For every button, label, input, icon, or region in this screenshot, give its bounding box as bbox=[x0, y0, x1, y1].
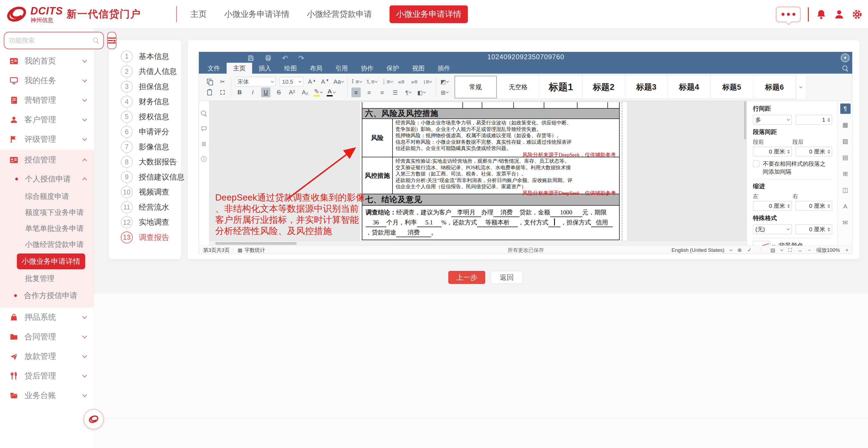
step-item-10[interactable]: 10视频调查 bbox=[109, 185, 181, 200]
align-left-button[interactable]: ≡ bbox=[351, 88, 361, 97]
more-bubble-icon[interactable] bbox=[776, 6, 801, 22]
gear-icon[interactable] bbox=[852, 9, 863, 20]
sidebar-item-个人授信申请[interactable]: 个人授信申请 bbox=[0, 170, 94, 188]
editor-tab-引用[interactable]: 引用 bbox=[329, 63, 354, 74]
step-item-6[interactable]: 6申请评分 bbox=[109, 125, 181, 140]
borders-button[interactable]: ⊞ bbox=[440, 88, 449, 97]
search-input[interactable] bbox=[9, 37, 93, 44]
sidebar-subitem-综合额度申请[interactable]: 综合额度申请 bbox=[0, 188, 94, 204]
style-常规[interactable]: 常规 bbox=[454, 75, 497, 99]
space-after-stepper[interactable]: 0 厘米 bbox=[796, 147, 832, 157]
style-标题3[interactable]: 标题3 bbox=[625, 75, 668, 99]
user-icon[interactable] bbox=[834, 9, 845, 20]
step-item-1[interactable]: 1基本信息 bbox=[109, 49, 181, 64]
zoom-search-icon[interactable] bbox=[201, 111, 207, 116]
info-icon[interactable]: ⓘ bbox=[201, 156, 207, 162]
multilevel-list-button[interactable]: ⋮≡ bbox=[381, 77, 393, 87]
numbered-list-button[interactable]: ⒈≡ bbox=[366, 77, 377, 87]
sidebar-item-客户管理[interactable]: 客户管理 bbox=[0, 110, 94, 130]
page-view-dropdown-icon[interactable] bbox=[780, 248, 783, 251]
font-name-select[interactable]: 宋体 bbox=[235, 77, 276, 87]
outline-icon[interactable]: ≣ bbox=[201, 141, 206, 147]
step-item-12[interactable]: 12实地调查 bbox=[109, 215, 181, 230]
fit-width-icon[interactable]: ↔ bbox=[797, 247, 802, 253]
top-tab-4[interactable]: 小微业务申请详情 bbox=[390, 5, 468, 23]
editor-tab-插入[interactable]: 插入 bbox=[252, 63, 278, 74]
style-标题1[interactable]: 标题1 bbox=[540, 75, 582, 99]
pilcrow-button[interactable]: ¶ bbox=[404, 88, 413, 97]
fit-page-icon[interactable]: ⛶ bbox=[788, 247, 792, 253]
step-item-2[interactable]: 2共借人信息 bbox=[109, 64, 181, 79]
line-spacing-stepper[interactable]: 1 bbox=[796, 115, 832, 125]
step-item-4[interactable]: 4财务信息 bbox=[109, 94, 181, 109]
sidebar-subitem-额度项下业务申请[interactable]: 额度项下业务申请 bbox=[0, 204, 94, 220]
swatch-dropdown-icon[interactable] bbox=[772, 243, 775, 246]
editor-tab-视图[interactable]: 视图 bbox=[406, 63, 431, 74]
return-button[interactable]: 返回 bbox=[491, 271, 523, 284]
sidebar-item-放款管理[interactable]: 放款管理 bbox=[0, 347, 94, 366]
sidebar-item-我的任务[interactable]: 我的任务 bbox=[0, 71, 94, 91]
borders-panel-icon[interactable]: ⊞ bbox=[840, 169, 850, 179]
sidebar-subitem-小微经营贷款申请[interactable]: 小微经营贷款申请 bbox=[0, 236, 94, 252]
justify-button[interactable]: ☰ bbox=[391, 88, 400, 97]
background-color-swatch[interactable] bbox=[753, 241, 770, 246]
strikethrough-button[interactable]: S bbox=[274, 88, 283, 97]
change-case-button[interactable]: Aa bbox=[334, 77, 344, 87]
editor-search-icon[interactable] bbox=[842, 66, 848, 71]
conclusion-blank[interactable] bbox=[548, 218, 560, 227]
editor-tab-保护[interactable]: 保护 bbox=[380, 63, 406, 74]
conclusion-blank[interactable]: 消费 bbox=[396, 229, 431, 237]
step-item-11[interactable]: 11经营流水 bbox=[109, 200, 181, 215]
same-style-checkbox[interactable] bbox=[753, 161, 760, 167]
outdent-button[interactable]: «≡ bbox=[397, 77, 406, 87]
step-item-8[interactable]: 8大数据报告 bbox=[109, 154, 181, 170]
spellcheck-icon[interactable]: ✓ bbox=[747, 247, 751, 253]
align-right-button[interactable]: ≡ bbox=[377, 88, 387, 97]
style-标题2[interactable]: 标题2 bbox=[582, 75, 625, 99]
page-indicator[interactable]: 第3页共3页 bbox=[203, 247, 229, 254]
select-button[interactable] bbox=[218, 88, 227, 97]
sidebar-search[interactable] bbox=[4, 32, 104, 49]
indent-left-stepper[interactable]: 0 厘米 bbox=[753, 201, 792, 211]
superscript-button[interactable]: A² bbox=[287, 88, 297, 97]
sidebar-item-评级管理[interactable]: 评级管理 bbox=[0, 130, 94, 149]
line-spacing-select[interactable]: 多 bbox=[753, 115, 792, 125]
sidebar-item-授信管理[interactable]: 授信管理 bbox=[0, 150, 94, 170]
sidebar-collapse-button[interactable] bbox=[107, 32, 117, 49]
previous-step-button[interactable]: 上一步 bbox=[448, 271, 485, 284]
editor-tab-主页[interactable]: 主页 bbox=[226, 63, 252, 74]
sidebar-item-合同管理[interactable]: 合同管理 bbox=[0, 327, 94, 347]
top-tab-1[interactable]: 主页 bbox=[190, 9, 207, 20]
cut-button[interactable]: ✂ bbox=[218, 77, 227, 87]
editor-tab-插件[interactable]: 插件 bbox=[431, 63, 457, 74]
paragraph-panel-icon[interactable]: ¶ bbox=[840, 104, 850, 114]
sidebar-subitem-单笔单批业务申请[interactable]: 单笔单批业务申请 bbox=[0, 220, 94, 236]
text-panel-icon[interactable]: A bbox=[840, 201, 850, 212]
editor-tab-文件[interactable]: 文件 bbox=[201, 63, 226, 74]
indent-right-stepper[interactable]: 0 厘米 bbox=[796, 201, 832, 211]
sidebar-item-贷后管理[interactable]: 贷后管理 bbox=[0, 366, 94, 386]
step-item-13[interactable]: 13调查报告 bbox=[109, 230, 181, 245]
special-format-select[interactable]: (无) bbox=[753, 225, 792, 234]
language-dropdown-icon[interactable] bbox=[729, 248, 732, 251]
globe-icon[interactable]: ⊕ bbox=[738, 247, 742, 253]
conclusion-blank[interactable]: 信用 bbox=[591, 218, 613, 227]
top-tab-2[interactable]: 小微业务申请详情 bbox=[224, 9, 289, 20]
style-标题6[interactable]: 标题6 bbox=[753, 75, 796, 99]
style-gallery-more-button[interactable] bbox=[796, 75, 805, 99]
document-vertical-scrollbar[interactable] bbox=[744, 101, 746, 240]
zoom-in-icon[interactable]: + bbox=[845, 247, 848, 253]
align-center-button[interactable]: ≡ bbox=[365, 88, 374, 97]
shrink-font-button[interactable]: A▼ bbox=[320, 77, 330, 87]
shading-button[interactable]: ◧ bbox=[417, 88, 426, 97]
step-item-5[interactable]: 5授权信息 bbox=[109, 109, 181, 125]
style-无空格[interactable]: 无空格 bbox=[497, 75, 540, 99]
mail-panel-icon[interactable]: ✉ bbox=[840, 218, 850, 228]
conclusion-blank[interactable]: 李明月 bbox=[451, 208, 481, 217]
line-spacing-button[interactable]: ↕≡ bbox=[423, 77, 432, 87]
step-item-9[interactable]: 9授信建议信息 bbox=[109, 170, 181, 185]
conclusion-blank[interactable]: 等额本析 bbox=[477, 218, 518, 227]
columns-panel-icon[interactable]: ◫ bbox=[840, 185, 850, 195]
step-up-icon[interactable] bbox=[828, 118, 830, 119]
conclusion-paragraph[interactable]: 调查结论：经调查，建议为客户李明月办理消费贷款，金额1000元，期限36个月，利… bbox=[362, 206, 620, 240]
